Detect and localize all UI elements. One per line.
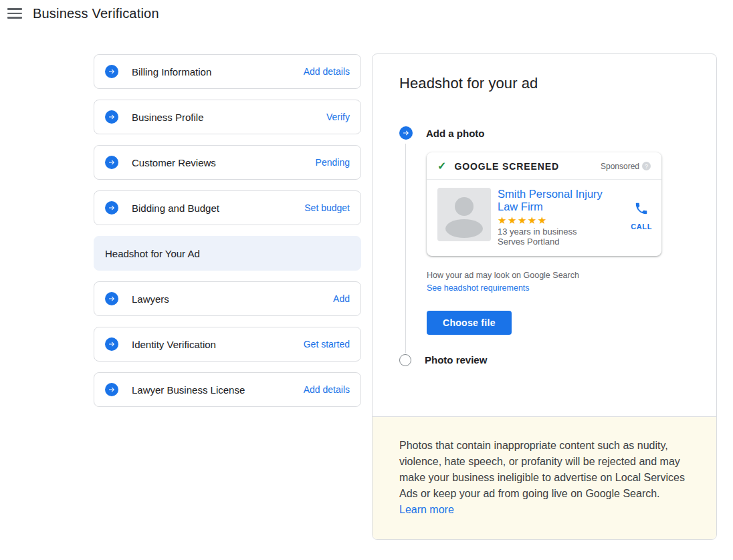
arrow-right-icon [105,156,118,169]
checklist-item-label: Identity Verification [132,339,216,350]
checklist-item-label: Bidding and Budget [132,202,219,214]
top-bar: Business Verification [0,0,733,27]
checklist-item-lawyers[interactable]: Lawyers Add [94,281,361,316]
step-add-photo-label: Add a photo [426,128,484,139]
ad-preview-caption: How your ad may look on Google Search [427,269,690,281]
green-checkmark-icon: ✓ [437,160,446,172]
years-in-business: 13 years in business [498,227,628,237]
arrow-right-icon [105,110,118,124]
checklist-item-label: Headshot for Your Ad [105,248,200,259]
learn-more-link[interactable]: Learn more [399,504,454,515]
add-photo-step-content: ✓ GOOGLE SCREENED Sponsored ? Smith Pers… [405,144,690,353]
checklist-item-headshot-selected[interactable]: Headshot for Your Ad [94,236,361,271]
arrow-right-icon [105,337,118,351]
google-screened-header: ✓ GOOGLE SCREENED Sponsored ? [427,152,661,180]
checklist-item-action[interactable]: Add details [304,66,350,77]
page-title: Business Verification [33,6,159,21]
headshot-requirements-link[interactable]: See headshot requirements [427,283,530,293]
arrow-right-icon [105,201,118,215]
serves-location: Serves Portland [498,237,628,247]
info-icon[interactable]: ? [642,162,651,170]
arrow-right-icon [105,65,118,78]
empty-step-circle-icon [399,354,411,366]
phone-icon [634,201,649,219]
google-screened-label: GOOGLE SCREENED [454,161,559,172]
checklist-item-action[interactable]: Pending [316,157,350,168]
call-button: CALL [631,188,652,231]
checklist-item-identity-verification[interactable]: Identity Verification Get started [94,327,361,362]
verification-checklist: Billing Information Add details Business… [94,54,361,418]
arrow-right-icon [105,383,118,396]
checklist-item-action[interactable]: Get started [304,339,350,349]
star-rating: ★★★★★ [498,215,628,227]
arrow-right-icon [105,292,118,305]
business-name-link: Smith Personal Injury Law Firm [498,188,625,214]
step-photo-review: Photo review [399,354,690,366]
ad-preview-text: Smith Personal Injury Law Firm ★★★★★ 13 … [498,188,628,247]
checklist-item-action[interactable]: Add [333,293,350,304]
checklist-item-label: Business Profile [132,112,204,123]
checklist-item-label: Lawyers [132,293,169,305]
headshot-panel-main: Headshot for your ad Add a photo ✓ GOOGL… [373,54,716,416]
ad-preview-card: ✓ GOOGLE SCREENED Sponsored ? Smith Pers… [427,152,661,256]
checklist-item-action[interactable]: Add details [304,384,350,395]
menu-icon[interactable] [3,3,26,23]
call-label: CALL [631,223,652,231]
checklist-item-action[interactable]: Set budget [304,202,350,213]
checklist-item-label: Customer Reviews [132,157,216,168]
checklist-item-business-profile[interactable]: Business Profile Verify [94,100,361,134]
checklist-item-label: Lawyer Business License [132,384,245,396]
headshot-placeholder-avatar [437,188,491,241]
ad-preview-body: Smith Personal Injury Law Firm ★★★★★ 13 … [427,180,661,256]
photo-policy-notice: Photos that contain inappropriate conten… [373,416,716,539]
step-add-photo: Add a photo [399,126,690,140]
step-photo-review-label: Photo review [425,354,487,366]
panel-title: Headshot for your ad [399,75,690,92]
checklist-item-lawyer-business-license[interactable]: Lawyer Business License Add details [94,372,361,407]
checklist-item-bidding-and-budget[interactable]: Bidding and Budget Set budget [94,190,361,225]
checklist-item-label: Billing Information [132,66,211,78]
headshot-panel: Headshot for your ad Add a photo ✓ GOOGL… [372,53,717,540]
business-verification-page: Business Verification Billing Informatio… [0,0,733,560]
checklist-item-customer-reviews[interactable]: Customer Reviews Pending [94,145,361,180]
checklist-item-action[interactable]: Verify [326,112,350,122]
notice-text: Photos that contain inappropriate conten… [399,440,685,499]
choose-file-button[interactable]: Choose file [427,311,512,335]
sponsored-label: Sponsored ? [601,162,651,171]
arrow-right-icon [399,126,413,140]
checklist-item-billing-information[interactable]: Billing Information Add details [94,54,361,89]
sponsored-text: Sponsored [601,162,639,171]
